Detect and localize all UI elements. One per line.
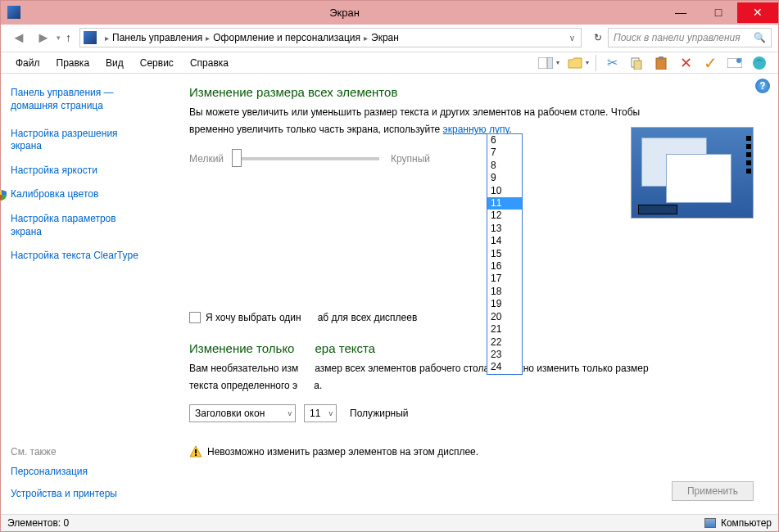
- breadcrumb-mid[interactable]: Оформление и персонализация: [213, 32, 360, 43]
- font-size-option[interactable]: 12: [487, 210, 522, 222]
- font-size-option[interactable]: 24: [487, 361, 522, 373]
- mail-icon[interactable]: [726, 54, 744, 72]
- sidebar-personalization[interactable]: Персонализация: [11, 462, 173, 482]
- up-button[interactable]: ↑: [66, 31, 71, 44]
- font-size-option[interactable]: 21: [487, 323, 522, 336]
- svg-rect-9: [195, 449, 197, 453]
- font-size-option[interactable]: 7: [487, 147, 522, 159]
- font-size-option[interactable]: 6: [487, 134, 522, 147]
- main-panel: Изменение размера всех элементов Вы може…: [173, 74, 778, 514]
- breadcrumb-leaf[interactable]: Экран: [371, 32, 399, 43]
- titlebar: Экран — □ ✕: [1, 1, 778, 25]
- search-placeholder: Поиск в панели управления: [614, 32, 741, 43]
- font-size-option[interactable]: 9: [487, 172, 522, 184]
- cut-icon[interactable]: ✂: [603, 54, 621, 72]
- breadcrumb-root[interactable]: Панель управления: [112, 32, 202, 43]
- check-icon[interactable]: ✓: [701, 54, 719, 72]
- see-also-header: См. также: [11, 446, 173, 458]
- chevron-down-icon: v: [288, 409, 292, 417]
- sidebar-params[interactable]: Настройка параметровэкрана: [11, 210, 173, 241]
- size-slider[interactable]: [232, 157, 379, 160]
- refresh-button[interactable]: ↻: [588, 32, 608, 43]
- apply-button[interactable]: Применить: [672, 481, 754, 501]
- paste-icon[interactable]: [652, 54, 670, 72]
- search-input[interactable]: Поиск в панели управления 🔍: [608, 28, 772, 47]
- menubar: Файл Правка Вид Сервис Справка ▾ ▾ ✂ ✕ ✓: [1, 52, 778, 74]
- font-size-combo[interactable]: 11v: [304, 404, 337, 422]
- menu-view[interactable]: Вид: [97, 54, 132, 72]
- font-size-option[interactable]: 10: [487, 185, 522, 197]
- preview-pane-icon[interactable]: [537, 54, 555, 72]
- breadcrumb[interactable]: ▸ Панель управления ▸ Оформление и персо…: [79, 28, 582, 47]
- nav-toolbar: ◄ ► ▾ ↑ ▸ Панель управления ▸ Оформление…: [1, 25, 778, 52]
- slider-thumb[interactable]: [232, 149, 242, 167]
- menu-tools[interactable]: Сервис: [132, 54, 182, 72]
- bold-label: Полужирный: [350, 408, 409, 419]
- window-title: Экран: [27, 7, 662, 19]
- chevron-right-icon: ▸: [364, 34, 368, 43]
- preview-dots: [746, 136, 751, 174]
- element-combo[interactable]: Заголовки оконv: [189, 404, 296, 422]
- svg-rect-3: [634, 61, 641, 70]
- close-button[interactable]: ✕: [737, 2, 778, 23]
- search-icon[interactable]: 🔍: [754, 32, 766, 43]
- back-button[interactable]: ◄: [7, 26, 30, 49]
- sidebar-home[interactable]: Панель управления —домашняя страница: [11, 83, 173, 115]
- menu-edit[interactable]: Правка: [48, 54, 98, 72]
- folder-icon[interactable]: [566, 54, 584, 72]
- sidebar-devices[interactable]: Устройства и принтеры: [11, 485, 173, 504]
- statusbar: Элементов: 0 Компьютер: [1, 514, 778, 531]
- breadcrumb-dropdown[interactable]: v: [567, 34, 577, 43]
- desktop-preview: [631, 127, 754, 219]
- font-size-option[interactable]: 20: [487, 311, 522, 323]
- font-size-option[interactable]: 19: [487, 298, 522, 310]
- sidebar-cleartype[interactable]: Настройка текста ClearType: [11, 246, 173, 266]
- custom-scale-label: Я хочу выбрать один___аб для всех диспле…: [206, 312, 417, 323]
- font-size-option[interactable]: 14: [487, 235, 522, 247]
- font-size-option[interactable]: 15: [487, 248, 522, 260]
- font-size-option[interactable]: 17: [487, 273, 522, 285]
- delete-icon[interactable]: ✕: [677, 54, 695, 72]
- chevron-down-icon: v: [329, 409, 333, 417]
- sidebar-calibration[interactable]: Калибровка цветов: [11, 185, 173, 205]
- svg-point-7: [736, 58, 741, 63]
- sidebar-brightness[interactable]: Настройка яркости: [11, 161, 173, 181]
- chevron-down-icon[interactable]: ▾: [556, 59, 559, 66]
- content-area: ? Панель управления —домашняя страница Н…: [1, 74, 778, 514]
- computer-icon: [704, 518, 716, 528]
- font-size-option[interactable]: 8: [487, 160, 522, 172]
- font-size-option[interactable]: 23: [487, 349, 522, 361]
- warning-icon: [189, 445, 202, 458]
- status-location: Компьютер: [721, 517, 772, 529]
- chevron-down-icon[interactable]: ▾: [586, 59, 589, 66]
- warning-row: Невозможно изменить размер элементов на …: [189, 445, 762, 458]
- custom-scale-checkbox[interactable]: [189, 312, 201, 323]
- font-size-dropdown-list[interactable]: 6789101112131415161718192021222324: [487, 133, 523, 375]
- globe-icon[interactable]: [750, 54, 768, 72]
- desc-line1: Вы можете увеличить или уменьшить размер…: [189, 106, 762, 119]
- menu-help[interactable]: Справка: [182, 54, 237, 72]
- menu-file[interactable]: Файл: [7, 54, 48, 72]
- chevron-right-icon: ▸: [206, 34, 210, 43]
- preview-taskbar: [638, 205, 677, 214]
- chevron-right-icon: ▸: [105, 34, 109, 43]
- svg-rect-10: [195, 454, 197, 456]
- font-size-option[interactable]: 22: [487, 336, 522, 349]
- monitor-icon: [84, 31, 97, 44]
- heading-resize-all: Изменение размера всех элементов: [189, 85, 762, 99]
- sidebar-resolution[interactable]: Настройка разрешенияэкрана: [11, 124, 173, 156]
- minimize-button[interactable]: —: [662, 2, 700, 23]
- forward-button[interactable]: ►: [32, 26, 55, 49]
- svg-rect-5: [659, 56, 664, 60]
- copy-icon[interactable]: [627, 54, 645, 72]
- font-size-option[interactable]: 16: [487, 260, 522, 273]
- desc2-line2: текста определенного э___а.: [189, 379, 762, 393]
- status-count: Элементов: 0: [7, 517, 69, 529]
- font-size-option[interactable]: 13: [487, 223, 522, 235]
- history-dropdown[interactable]: ▾: [57, 34, 61, 42]
- svg-rect-4: [656, 58, 666, 70]
- font-size-option[interactable]: 11: [487, 197, 522, 210]
- desc2-line1: Вам необязательно изм___азмер всех элеме…: [189, 362, 762, 376]
- maximize-button[interactable]: □: [700, 2, 737, 23]
- font-size-option[interactable]: 18: [487, 286, 522, 298]
